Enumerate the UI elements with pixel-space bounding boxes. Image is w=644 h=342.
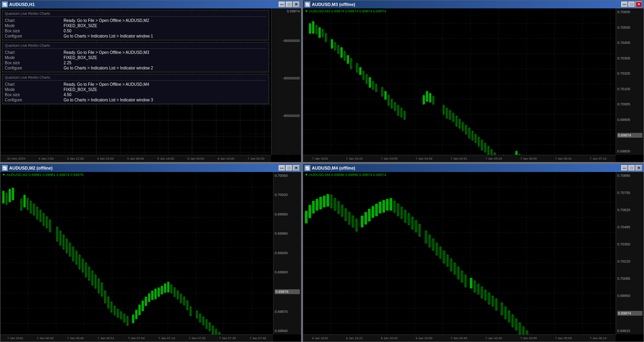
- time-h1-2: 4 Jan 2:00: [39, 157, 54, 160]
- chart-label-m2: ▼ AUDUSD,M2 0.69881 0.69881 0.69874 0.69…: [2, 173, 83, 177]
- table-row: Configure Go to Charts > Indicators List…: [5, 65, 266, 71]
- price-m4-1: 0.70890: [617, 174, 642, 178]
- maximize-btn-m3[interactable]: □: [628, 2, 635, 7]
- panel2-label-3: Box size: [5, 60, 63, 65]
- h1-info-container: Quantum Live Renko Charts Chart Ready. G…: [2, 10, 269, 153]
- panel1-value-2: FIXED_BOX_SIZE: [63, 23, 266, 28]
- close-btn-m4[interactable]: ✕: [636, 165, 642, 171]
- price-m2-6: 0.69900: [275, 270, 300, 274]
- panel3-label-1: Chart: [5, 82, 63, 87]
- price-m3-6: 0.70105: [617, 87, 642, 91]
- price-m2-8: 0.69840: [275, 329, 300, 333]
- window-h1: 📈 AUDUSD,H1 — □ ✕: [0, 0, 301, 162]
- time-m4-1: 6 Jan 2016: [312, 336, 328, 340]
- panel1-title: Quantum Live Renko Charts: [5, 12, 266, 17]
- panel1-table: Chart Ready. Go to File > Open Offline >…: [5, 18, 266, 39]
- window-title-h1: AUDUSD,H1: [9, 2, 35, 7]
- price-m3-7: 0.70005: [617, 102, 642, 106]
- price-h1-1: 0.69874: [271, 8, 301, 14]
- panel1-value-1: Ready. Go to File > Open Offline > AUDUS…: [63, 18, 266, 23]
- window-icon-m4: 📈: [305, 165, 310, 171]
- price-h1-4: -90000000: [271, 113, 301, 119]
- minimize-btn-m3[interactable]: —: [621, 2, 628, 7]
- titlebar-buttons-m2: — □ ✕: [279, 165, 299, 171]
- titlebar-left-h1: 📈 AUDUSD,H1: [2, 2, 35, 7]
- panel1-value-3: 0.50: [63, 28, 266, 34]
- table-row: Mode FIXED_BOX_SIZE: [5, 23, 266, 28]
- panel2-label-2: Mode: [5, 55, 63, 60]
- panel2-table: Chart Ready. Go to File > Open Offline >…: [5, 50, 266, 71]
- panel3-label-4: Configure: [5, 97, 63, 103]
- panel2-value-4: Go to Charts > Indicators List > Indicat…: [63, 65, 266, 71]
- price-m2-5: 0.69930: [275, 251, 300, 255]
- titlebar-buttons-h1: — □ ✕: [279, 2, 299, 7]
- desktop: 📈 AUDUSD,H1 — □ ✕: [0, 0, 644, 342]
- close-btn-m3[interactable]: ✕: [636, 2, 642, 7]
- time-m3-5: 7 Jan 04:51: [450, 157, 467, 160]
- time-h1-4: 4 Jan 22:00: [97, 157, 114, 160]
- candles-svg-m2: [0, 179, 273, 334]
- maximize-btn-h1[interactable]: □: [286, 2, 292, 7]
- window-title-m4: AUDUSD,M4 (offline): [312, 166, 355, 170]
- time-axis-h1: 31 Dec 2015 4 Jan 2:00 4 Jan 12:00 4 Jan…: [0, 155, 271, 162]
- time-h1-8: 6 Jan 14:00: [218, 157, 234, 160]
- price-m3-8: 0.69905: [617, 118, 642, 122]
- price-m2-4: 0.69960: [275, 231, 300, 235]
- maximize-btn-m4[interactable]: □: [628, 165, 635, 171]
- panel3-value-2: FIXED_BOX_SIZE: [63, 87, 266, 92]
- time-m2-8: 7 Jan 07:36: [219, 336, 236, 340]
- time-m3-2: 7 Jan 03:23: [346, 157, 363, 160]
- titlebar-left-m4: 📈 AUDUSD,M4 (offline): [305, 165, 355, 171]
- price-h1-3: -90000000: [271, 75, 301, 81]
- titlebar-buttons-m4: — □ ✕: [621, 165, 642, 171]
- price-m4-5: 0.70350: [617, 242, 642, 246]
- price-m2-2: 0.70020: [275, 193, 300, 197]
- panel2-label-1: Chart: [5, 50, 63, 55]
- minimize-btn-m4[interactable]: —: [621, 165, 628, 171]
- time-m4-8: 7 Jan 05:09: [555, 336, 572, 340]
- close-btn-h1[interactable]: ✕: [293, 2, 299, 7]
- maximize-btn-m2[interactable]: □: [286, 165, 292, 171]
- price-m4-4: 0.70485: [617, 225, 642, 229]
- titlebar-left-m2: 📈 AUDUSD,M2 (offline): [2, 165, 53, 171]
- time-m3-4: 7 Jan 04:26: [416, 157, 432, 160]
- chart-area-m4: ▼ AUDUSD,M4 0.69896 0.69896 0.69874 0.69…: [303, 172, 644, 342]
- table-row: Box size 0.50: [5, 28, 266, 34]
- titlebar-h1: 📈 AUDUSD,H1 — □ ✕: [0, 0, 301, 8]
- time-m2-7: 7 Jan 07:25: [189, 336, 206, 340]
- table-row: Box size 4.50: [5, 92, 266, 97]
- window-icon-m3: 📈: [305, 2, 310, 7]
- time-axis-m4: 6 Jan 2016 6 Jan 18:21 6 Jan 20:20 6 Jan…: [303, 334, 616, 342]
- time-m3-6: 7 Jan 05:29: [485, 157, 502, 160]
- price-m4-8: 0.69950: [617, 294, 642, 298]
- price-m2-7: 0.69870: [275, 310, 300, 314]
- time-h1-1: 31 Dec 2015: [7, 157, 25, 160]
- minimize-btn-h1[interactable]: —: [279, 2, 285, 7]
- titlebar-left-m3: 📈 AUDUSD,M3 (offline): [305, 2, 355, 7]
- window-title-m2: AUDUSD,M2 (offline): [9, 166, 53, 170]
- time-m4-4: 6 Jan 20:59: [416, 336, 432, 340]
- panel2-title: Quantum Live Renko Charts: [5, 43, 266, 49]
- time-m4-3: 6 Jan 20:20: [381, 336, 398, 340]
- time-m3-7: 7 Jan 06:06: [520, 157, 537, 160]
- price-axis-m2: 0.70050 0.70020 0.69990 0.69960 0.69930 …: [273, 172, 301, 334]
- close-btn-m2[interactable]: ✕: [293, 165, 299, 171]
- time-m2-6: 7 Jan 07:14: [159, 336, 175, 340]
- time-m3-8: 7 Jan 06:41: [555, 157, 572, 160]
- window-title-m3: AUDUSD,M3 (offline): [312, 2, 355, 7]
- time-h1-6: 5 Jan 18:00: [157, 157, 174, 160]
- minimize-btn-m2[interactable]: —: [279, 165, 285, 171]
- table-row: Mode FIXED_BOX_SIZE: [5, 87, 266, 92]
- time-m4-6: 7 Jan 02:40: [485, 336, 502, 340]
- panel1-label-4: Configure: [5, 34, 63, 39]
- price-m2-current: 0.69876: [275, 289, 300, 294]
- panel3-value-4: Go to Charts > Indicators List > Indicat…: [63, 97, 266, 103]
- price-m2-3: 0.69990: [275, 212, 300, 216]
- titlebar-m3: 📈 AUDUSD,M3 (offline) — □ ✕: [303, 0, 644, 8]
- table-row: Box size 2.25: [5, 60, 266, 65]
- time-h1-5: 5 Jan 08:00: [127, 157, 144, 160]
- panel3-label-2: Mode: [5, 87, 63, 92]
- table-row: Chart Ready. Go to File > Open Offline >…: [5, 18, 266, 23]
- info-panel-3: Quantum Live Renko Charts Chart Ready. G…: [2, 74, 269, 104]
- panel1-value-4: Go to Charts > Indicators List > Indicat…: [63, 34, 266, 39]
